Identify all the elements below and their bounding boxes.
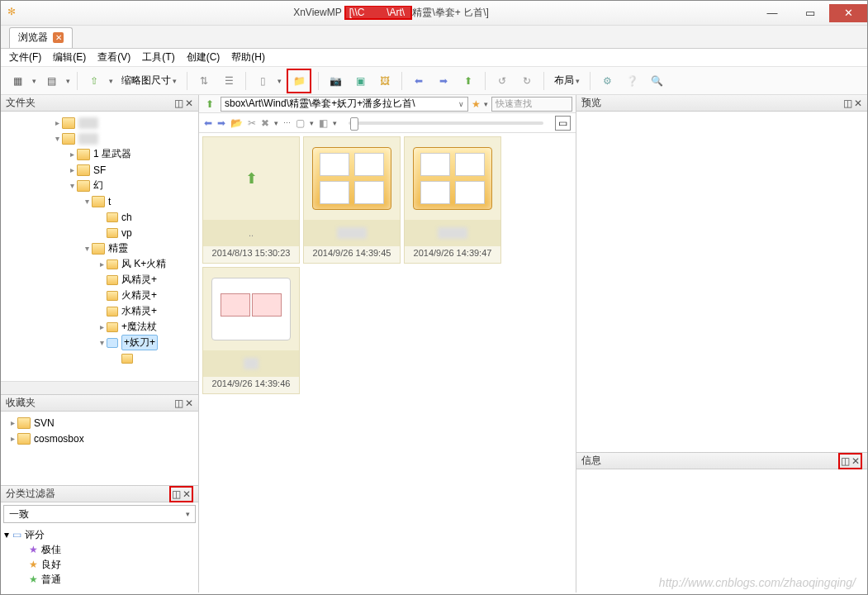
menu-file[interactable]: 文件(F): [9, 50, 41, 64]
info-area: [576, 469, 867, 593]
panel-title: 收藏夹: [6, 396, 36, 410]
undock-icon[interactable]: ◫: [174, 397, 183, 409]
preview-area: [576, 112, 867, 452]
thumb-up[interactable]: ⬆ .. 2014/8/13 15:30:23: [202, 136, 300, 264]
thumb-size-slider[interactable]: [349, 121, 543, 125]
filter-match-dropdown[interactable]: 一致▾: [3, 505, 196, 523]
scrollbar[interactable]: [1, 381, 198, 394]
menubar: 文件(F) 编辑(E) 查看(V) 工具(T) 创建(C) 帮助(H): [1, 49, 867, 67]
close-icon[interactable]: ✕: [854, 98, 862, 109]
tab-browser[interactable]: 浏览器 ✕: [9, 27, 73, 48]
undock-icon[interactable]: ◫: [172, 488, 181, 500]
preview-header: 预览 ◫✕: [576, 95, 867, 112]
center-column: ⬆ sbox\Art\Wind\精靈\拳套+妖刀+潘多拉匕首\∨ ★▾ 快速查找…: [199, 95, 576, 593]
right-column: 预览 ◫✕ 信息 ◫✕: [576, 95, 867, 593]
tag-icon[interactable]: ◧: [319, 117, 328, 129]
favorites-panel: 收藏夹 ◫✕ ▸SVN ▸cosmosbox: [1, 394, 198, 485]
up-icon[interactable]: ⬆: [202, 97, 217, 112]
maximize-button[interactable]: ▭: [791, 4, 829, 22]
filter-panel: 分类过滤器 ◫✕ 一致▾ ▾▭ 评分 ★极佳 ★良好 ★普通: [1, 485, 198, 593]
zoom11-icon[interactable]: 🔍: [647, 71, 666, 91]
star-icon[interactable]: ★: [472, 98, 481, 110]
thumb-item[interactable]: xxxxxx 2014/9/26 14:39:45: [303, 136, 401, 264]
main-toolbar: ▦▾ ▤▾ ⇧▾ 缩略图尺寸 ▾ ⇅ ☰ ▯▾ 📁 📷 ▣ 🖼 ⬅ ➡ ⬆ ↺ …: [1, 67, 867, 95]
favorites-list[interactable]: ▸SVN ▸cosmosbox: [1, 412, 198, 485]
window-controls: ― ▭ ✕: [753, 4, 867, 22]
close-button[interactable]: ✕: [829, 4, 867, 22]
delete-icon[interactable]: ✖: [261, 117, 269, 129]
thumbnail-grid[interactable]: ⬆ .. 2014/8/13 15:30:23 xxxxxx 2014/9/26…: [199, 133, 576, 593]
menu-view[interactable]: 查看(V): [97, 50, 130, 64]
back-icon[interactable]: ⬅: [204, 117, 212, 129]
folder-panel: 文件夹 ◫✕ ▸xxxx ▾xxxx ▸1 星武器 ▸SF ▾幻 ▾t ch v…: [1, 95, 198, 394]
menu-help[interactable]: 帮助(H): [231, 50, 265, 64]
thumb-item[interactable]: xxxxxx 2014/9/26 14:39:47: [404, 136, 501, 264]
menu-tools[interactable]: 工具(T): [142, 50, 174, 64]
filter-icon[interactable]: ☰: [219, 71, 239, 91]
tabbar: 浏览器 ✕: [1, 26, 867, 49]
select-icon[interactable]: ▢: [296, 117, 305, 129]
close-icon[interactable]: ✕: [851, 455, 860, 467]
info-panel: 信息 ◫✕: [576, 452, 867, 593]
thumb-item[interactable]: xxx 2014/9/26 14:39:46: [202, 267, 300, 394]
camera-icon[interactable]: 📷: [325, 71, 345, 91]
search-input[interactable]: 快速查找: [491, 97, 572, 112]
panel-title: 分类过滤器: [6, 487, 55, 501]
back-icon[interactable]: ⬅: [409, 71, 429, 91]
layout-combo[interactable]: 布局 ▾: [551, 74, 583, 88]
forward-icon[interactable]: ➡: [434, 71, 453, 91]
watermark: http://www.cnblogs.com/zhaoqingqing/: [659, 576, 856, 589]
main-area: 文件夹 ◫✕ ▸xxxx ▾xxxx ▸1 星武器 ▸SF ▾幻 ▾t ch v…: [1, 95, 867, 593]
favorites-header: 收藏夹 ◫✕: [1, 395, 198, 412]
up2-icon[interactable]: ⬆: [458, 71, 478, 91]
forward-icon[interactable]: ➡: [217, 117, 225, 129]
thumb-size-combo[interactable]: 缩略图尺寸 ▾: [118, 74, 180, 88]
cut-icon[interactable]: ✂: [248, 117, 256, 129]
up-icon[interactable]: ⇧: [84, 71, 104, 91]
folder-icon[interactable]: 📂: [230, 117, 243, 129]
close-icon[interactable]: ✕: [185, 98, 193, 109]
menu-create[interactable]: 创建(C): [187, 50, 221, 64]
window-title: XnViewMP [\\C \Art\ 精靈\拳套+ 匕首\]: [29, 6, 753, 20]
path-input[interactable]: sbox\Art\Wind\精靈\拳套+妖刀+潘多拉匕首\∨: [221, 97, 468, 112]
gear-icon[interactable]: ⚙: [597, 71, 617, 91]
panel-title: 信息: [581, 454, 601, 468]
minimize-button[interactable]: ―: [753, 4, 791, 22]
tab-label: 浏览器: [18, 31, 48, 45]
highlighted-tool: 📁: [287, 69, 311, 93]
page-icon[interactable]: ▯: [253, 71, 273, 91]
rotate-left-icon[interactable]: ↺: [492, 71, 512, 91]
undock-icon[interactable]: ◫: [174, 98, 183, 109]
preview-panel: 预览 ◫✕: [576, 95, 867, 452]
close-icon[interactable]: ✕: [185, 397, 193, 409]
filter-header: 分类过滤器 ◫✕: [1, 486, 198, 502]
close-icon[interactable]: ✕: [53, 32, 64, 43]
folder-tree[interactable]: ▸xxxx ▾xxxx ▸1 星武器 ▸SF ▾幻 ▾t ch vp ▾精靈 ▸…: [1, 112, 198, 381]
panel-title: 预览: [581, 96, 601, 110]
close-icon[interactable]: ✕: [183, 488, 191, 500]
info-header: 信息 ◫✕: [576, 453, 867, 469]
folder-panel-header: 文件夹 ◫✕: [1, 95, 198, 112]
open-with-icon[interactable]: 📁: [289, 71, 309, 91]
convert-icon[interactable]: 🖼: [375, 71, 395, 91]
nav-toolbar: ⬅ ➡ 📂 ✂ ✖▾ ⋯ ▢▾ ◧▾ ▭: [199, 113, 576, 133]
parent-folder-icon: ⬆: [245, 169, 258, 188]
sort-icon[interactable]: ⇅: [194, 71, 214, 91]
path-bar: ⬆ sbox\Art\Wind\精靈\拳套+妖刀+潘多拉匕首\∨ ★▾ 快速查找: [199, 95, 576, 113]
thumb-size-label: 缩略图尺寸: [121, 74, 171, 88]
layout-label: 布局: [554, 74, 574, 88]
fit-icon[interactable]: ▭: [555, 116, 571, 131]
grid-icon[interactable]: ▤: [41, 71, 61, 91]
view-mode-icon[interactable]: ▦: [7, 71, 27, 91]
undock-icon[interactable]: ◫: [841, 455, 850, 467]
panel-title: 文件夹: [6, 96, 36, 110]
filter-tree[interactable]: ▾▭ 评分 ★极佳 ★良好 ★普通: [1, 526, 198, 588]
app-icon: ✻: [7, 6, 22, 21]
help-icon[interactable]: ❔: [622, 71, 642, 91]
rotate-right-icon[interactable]: ↻: [517, 71, 537, 91]
scanner-icon[interactable]: ▣: [350, 71, 370, 91]
titlebar: ✻ XnViewMP [\\C \Art\ 精靈\拳套+ 匕首\] ― ▭ ✕: [1, 1, 867, 26]
undock-icon[interactable]: ◫: [843, 98, 852, 109]
menu-edit[interactable]: 编辑(E): [53, 50, 86, 64]
left-column: 文件夹 ◫✕ ▸xxxx ▾xxxx ▸1 星武器 ▸SF ▾幻 ▾t ch v…: [1, 95, 199, 593]
